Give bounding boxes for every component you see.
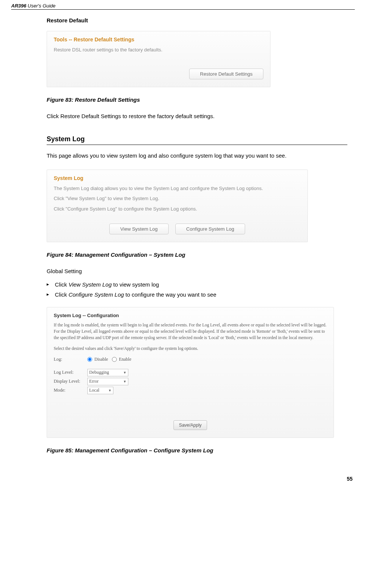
figure-85-caption: Figure 85: Management Configuration – Co… [47,447,347,453]
log-level-label: Log Level: [54,370,87,375]
log-level-row: Log Level: Debugging ▼ [54,369,327,376]
chevron-down-icon: ▼ [123,371,126,374]
bullet-configure-log: Click Configure System Log to configure … [47,290,347,300]
system-log-panel: System Log The System Log dialog allows … [47,170,308,243]
log-enable-row: Log: Disable Enable [54,357,327,362]
restore-default-panel: Tools -- Restore Default Settings Restor… [47,31,270,87]
bullet2-post: to configure the way you want to see [124,291,216,298]
header-product: AR396 User's Guide [11,3,56,9]
syslog-desc-2: Click "View System Log" to view the Syst… [54,195,301,202]
bullet1-post: to view system log [112,281,159,288]
log-disable-radio[interactable]: Disable [87,357,108,362]
display-level-select[interactable]: Error ▼ [87,378,128,385]
restore-default-button[interactable]: Restore Default Settings [189,69,263,79]
radio-disable-label: Disable [94,357,108,362]
configure-system-log-button[interactable]: Configure System Log [175,224,245,234]
guide-label: User's Guide [28,3,56,9]
radio-enable[interactable] [112,357,117,362]
log-enable-radio[interactable]: Enable [112,357,131,362]
system-log-intro: This page allows you to view system log … [47,152,347,160]
syslog-desc-3: Click "Configure System Log" to configur… [54,205,301,213]
log-level-select[interactable]: Debugging ▼ [87,369,128,376]
page-number: 55 [11,476,355,482]
mode-select[interactable]: Local ▼ [87,387,113,394]
figure-83-caption: Figure 83: Restore Default Settings [47,97,347,103]
figure-84-caption: Figure 84: Management Configuration – Sy… [47,252,347,258]
conf-panel-title: System Log -- Configuration [54,313,327,318]
bullet2-em: Configure System Log [69,291,124,298]
syslog-desc-1: The System Log dialog allows you to view… [54,185,301,192]
global-setting-heading: Global Setting [47,267,347,276]
restore-body-text: Click Restore Default Settings to restor… [47,112,347,121]
bullet1-em: View System Log [69,281,112,288]
configure-syslog-panel: System Log -- Configuration If the log m… [47,307,334,438]
conf-para-2: Select the desired values and click 'Sav… [54,345,327,352]
product-name: AR396 [11,3,26,9]
display-level-value: Error [89,379,98,384]
radio-disable[interactable] [87,357,92,362]
restore-panel-title: Tools -- Restore Default Settings [54,37,263,42]
bullet-view-log: Click View System Log to view system log [47,279,347,290]
page-header: AR396 User's Guide [11,0,355,10]
save-apply-button[interactable]: Save/Apply [173,420,207,430]
conf-para-1: If the log mode is enabled, the system w… [54,322,327,341]
view-system-log-button[interactable]: View System Log [109,224,168,234]
mode-label: Mode: [54,388,87,393]
bullet2-pre: Click [55,291,69,298]
display-level-row: Display Level: Error ▼ [54,378,327,385]
display-level-label: Display Level: [54,379,87,384]
mode-value: Local [89,388,99,393]
mode-row: Mode: Local ▼ [54,387,327,394]
syslog-panel-title: System Log [54,175,301,181]
chevron-down-icon: ▼ [108,389,112,392]
restore-panel-desc: Restore DSL router settings to the facto… [54,46,263,54]
log-level-value: Debugging [89,370,109,375]
restore-default-heading: Restore Default [47,17,347,23]
radio-enable-label: Enable [119,357,131,362]
global-setting-bullets: Click View System Log to view system log… [47,279,347,300]
chevron-down-icon: ▼ [123,380,126,383]
log-label: Log: [54,357,87,362]
system-log-section-title: System Log [47,135,347,145]
bullet1-pre: Click [55,281,69,288]
